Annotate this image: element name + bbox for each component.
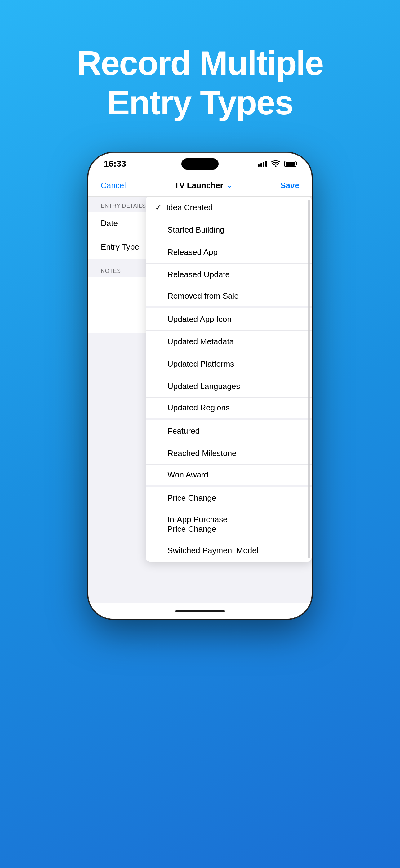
dropdown-item-updated-regions[interactable]: Updated Regions bbox=[146, 398, 312, 420]
status-time: 16:33 bbox=[104, 159, 126, 169]
phone-frame: 16:33 bbox=[88, 153, 312, 619]
dropdown-item-removed-from-sale[interactable]: Removed from Sale bbox=[146, 286, 312, 308]
nav-title-area[interactable]: TV Launcher ⌄ bbox=[174, 181, 232, 190]
nav-bar: Cancel TV Launcher ⌄ Save bbox=[88, 175, 312, 196]
dynamic-island bbox=[181, 158, 219, 169]
dropdown-item-released-app[interactable]: Released App bbox=[146, 241, 312, 264]
headline: Record Multiple Entry Types bbox=[58, 43, 342, 122]
status-bar: 16:33 bbox=[88, 153, 312, 175]
battery-icon bbox=[284, 161, 296, 167]
dropdown-item-updated-metadata[interactable]: Updated Metadata bbox=[146, 331, 312, 353]
nav-save-button[interactable]: Save bbox=[280, 181, 299, 190]
status-icons bbox=[258, 160, 296, 167]
phone-wrapper: 16:33 bbox=[82, 153, 318, 619]
dropdown-item-updated-app-icon[interactable]: Updated App Icon bbox=[146, 308, 312, 331]
dropdown-menu: Idea Created Started Building Released A… bbox=[146, 196, 312, 562]
nav-title-text: TV Launcher bbox=[174, 181, 223, 190]
phone-screen: 16:33 bbox=[88, 153, 312, 619]
dropdown-item-updated-languages[interactable]: Updated Languages bbox=[146, 375, 312, 398]
dropdown-item-released-update[interactable]: Released Update bbox=[146, 264, 312, 286]
dropdown-item-updated-platforms[interactable]: Updated Platforms bbox=[146, 353, 312, 375]
dropdown-item-started-building[interactable]: Started Building bbox=[146, 219, 312, 241]
headline-text: Record Multiple Entry Types bbox=[76, 43, 323, 122]
date-label: Date bbox=[101, 219, 151, 228]
dropdown-item-iap-price-change[interactable]: In-App Purchase Price Change bbox=[146, 509, 312, 539]
dropdown-item-reached-milestone[interactable]: Reached Milestone bbox=[146, 442, 312, 465]
home-indicator-bar bbox=[175, 610, 225, 612]
chevron-down-icon: ⌄ bbox=[226, 182, 232, 190]
content-area: ENTRY DETAILS Date Entry Type NOTES bbox=[88, 196, 312, 603]
entry-type-label: Entry Type bbox=[101, 242, 151, 252]
dropdown-item-featured[interactable]: Featured bbox=[146, 420, 312, 442]
dropdown-item-idea-created[interactable]: Idea Created bbox=[146, 196, 312, 219]
dropdown-item-switched-payment-model[interactable]: Switched Payment Model bbox=[146, 539, 312, 562]
home-indicator bbox=[88, 603, 312, 619]
scrollbar bbox=[308, 199, 310, 558]
signal-icon bbox=[258, 161, 267, 167]
nav-cancel-button[interactable]: Cancel bbox=[101, 181, 126, 190]
dropdown-item-won-award[interactable]: Won Award bbox=[146, 465, 312, 487]
wifi-icon bbox=[271, 160, 280, 167]
dropdown-item-price-change[interactable]: Price Change bbox=[146, 487, 312, 509]
svg-point-0 bbox=[275, 166, 276, 167]
